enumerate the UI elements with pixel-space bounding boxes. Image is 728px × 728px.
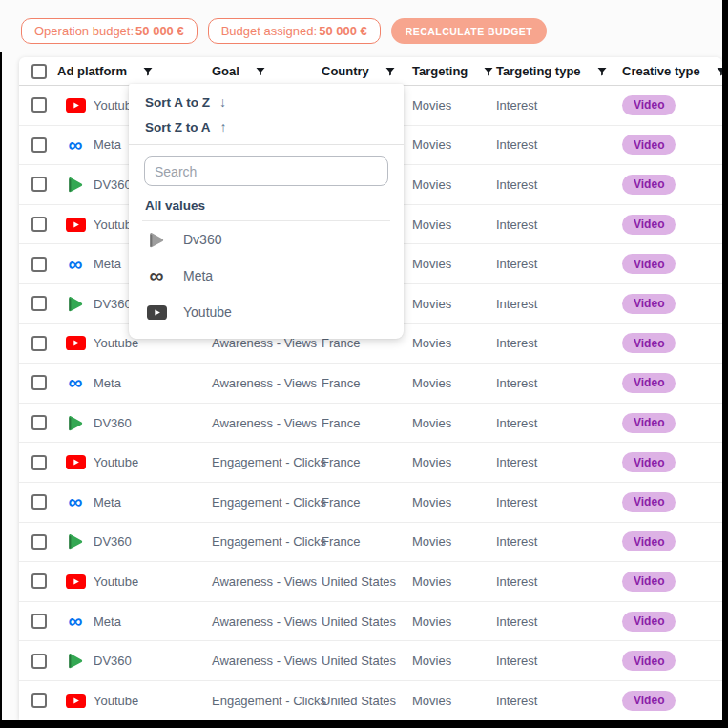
targeting-type-cell: Interest <box>496 297 622 311</box>
filter-search-input[interactable] <box>144 156 388 186</box>
goal-cell: Engagement - Clicks <box>212 455 322 469</box>
targeting-cell: Movies <box>412 495 496 510</box>
row-checkbox[interactable] <box>31 455 47 470</box>
arrow-up-icon: ↑ <box>220 119 227 135</box>
targeting-cell: Movies <box>412 137 496 152</box>
targeting-type-cell: Interest <box>496 694 622 708</box>
column-header-creative-type: Creative type <box>622 64 727 78</box>
dv360-icon <box>65 177 86 193</box>
creative-type-badge: Video <box>622 531 676 551</box>
meta-icon: ∞ <box>65 258 86 271</box>
row-checkbox[interactable] <box>31 257 47 272</box>
targeting-cell: Movies <box>412 654 496 668</box>
creative-type-cell: Video <box>622 215 722 235</box>
youtube-icon <box>65 218 86 232</box>
operation-budget-chip: Operation budget:50 000 € <box>21 18 198 44</box>
row-checkbox[interactable] <box>31 336 47 351</box>
creative-type-cell: Video <box>622 691 722 711</box>
ad-platform-cell: Youtube <box>57 574 212 589</box>
row-checkbox[interactable] <box>31 614 47 629</box>
targeting-cell: Movies <box>412 694 496 708</box>
row-checkbox[interactable] <box>31 654 47 669</box>
filter-option-youtube[interactable]: Youtube <box>129 294 404 330</box>
targeting-type-cell: Interest <box>496 177 622 192</box>
creative-type-cell: Video <box>622 651 722 671</box>
table-row: ∞MetaEngagement - ClicksFranceMoviesInte… <box>19 483 722 523</box>
table-row: ∞MetaAwareness - ViewsUnited StatesMovie… <box>19 602 722 642</box>
row-checkbox-cell <box>19 375 57 390</box>
targeting-type-cell: Interest <box>496 376 622 390</box>
screen-edge <box>722 0 728 728</box>
creative-type-cell: Video <box>622 492 722 512</box>
filter-option-label: Dv360 <box>183 232 221 247</box>
creative-type-cell: Video <box>622 572 722 592</box>
targeting-type-cell: Interest <box>496 455 622 469</box>
row-checkbox[interactable] <box>31 415 47 430</box>
row-checkbox[interactable] <box>31 137 47 153</box>
targeting-type-cell: Interest <box>496 574 622 589</box>
platform-label: Meta <box>94 376 121 390</box>
select-all-checkbox[interactable] <box>31 64 47 79</box>
row-checkbox[interactable] <box>31 296 47 311</box>
dv360-icon <box>65 415 86 431</box>
creative-type-cell: Video <box>622 175 722 195</box>
filter-icon[interactable] <box>142 66 154 77</box>
sort-z-to-a-option[interactable]: Sort Z to A ↑ <box>129 114 404 139</box>
row-checkbox[interactable] <box>31 375 47 390</box>
row-checkbox-cell <box>19 494 57 510</box>
goal-cell: Awareness - Views <box>212 614 322 629</box>
column-label: Creative type <box>622 64 700 78</box>
country-cell: United States <box>322 574 412 589</box>
row-checkbox[interactable] <box>31 177 47 192</box>
table-row: YoutubeAwareness - ViewsUnited StatesMov… <box>19 562 722 602</box>
row-checkbox-cell <box>19 573 57 589</box>
row-checkbox[interactable] <box>31 217 47 232</box>
targeting-cell: Movies <box>412 177 496 192</box>
country-cell: France <box>322 416 412 430</box>
row-checkbox[interactable] <box>31 534 47 550</box>
filter-icon[interactable] <box>596 66 608 77</box>
creative-type-badge: Video <box>622 492 676 512</box>
operation-budget-value: 50 000 € <box>135 24 184 38</box>
table-row: DV360Awareness - ViewsUnited StatesMovie… <box>19 641 722 681</box>
ad-platform-cell: Youtube <box>57 694 212 708</box>
dv360-icon <box>65 653 86 669</box>
creative-type-badge: Video <box>622 215 676 235</box>
row-checkbox-cell <box>19 177 57 192</box>
ad-platform-cell: ∞Meta <box>57 614 212 629</box>
targeting-cell: Movies <box>412 574 496 589</box>
row-checkbox[interactable] <box>31 97 47 113</box>
filter-option-dv360[interactable]: Dv360 <box>129 221 404 258</box>
table-row: ∞MetaAwareness - ViewsFranceMoviesIntere… <box>19 364 722 404</box>
row-checkbox[interactable] <box>31 693 47 708</box>
creative-type-cell: Video <box>622 135 722 155</box>
goal-cell: Awareness - Views <box>212 574 322 589</box>
screen-edge <box>0 52 2 728</box>
sort-a-to-z-option[interactable]: Sort A to Z ↓ <box>129 90 404 114</box>
targeting-cell: Movies <box>412 336 496 350</box>
row-checkbox-cell <box>19 296 57 311</box>
creative-type-badge: Video <box>622 651 676 671</box>
table-row: YoutubeEngagement - ClicksFranceMoviesIn… <box>19 443 722 483</box>
table-row: DV360Engagement - ClicksFranceMoviesInte… <box>19 523 722 563</box>
creative-type-badge: Video <box>622 691 676 711</box>
filter-icon[interactable] <box>483 66 494 77</box>
row-checkbox-cell <box>19 455 57 470</box>
filter-option-meta[interactable]: ∞Meta <box>129 258 404 294</box>
row-checkbox[interactable] <box>31 494 47 510</box>
platform-label: DV360 <box>94 654 132 668</box>
row-checkbox[interactable] <box>31 573 47 589</box>
meta-icon: ∞ <box>65 376 86 389</box>
creative-type-badge: Video <box>622 572 676 592</box>
column-label: Ad platform <box>57 64 127 78</box>
filter-icon[interactable] <box>385 66 396 77</box>
filter-icon[interactable] <box>255 66 266 77</box>
youtube-icon <box>65 455 86 469</box>
dv360-icon <box>145 232 168 248</box>
toolbar: Operation budget:50 000 € Budget assigne… <box>21 18 547 44</box>
column-header-country: Country <box>322 64 412 78</box>
creative-type-badge: Video <box>622 135 676 155</box>
sort-z-to-a-label: Sort Z to A <box>145 120 211 135</box>
platform-label: DV360 <box>94 534 132 549</box>
recalculate-budget-button[interactable]: RECALCULATE BUDGET <box>391 18 547 44</box>
